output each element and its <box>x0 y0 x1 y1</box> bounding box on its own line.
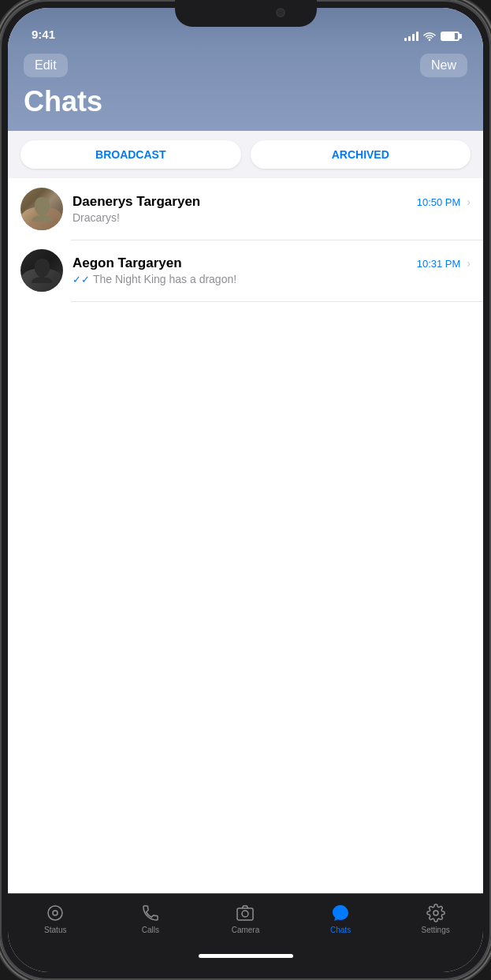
status-icons <box>404 32 459 41</box>
tab-label-settings: Settings <box>422 926 450 934</box>
list-item[interactable]: Daenerys Targaryen 10:50 PM › Dracarys! <box>8 178 483 240</box>
camera-dot <box>276 8 285 17</box>
chat-name: Daenerys Targaryen <box>73 194 200 210</box>
svg-point-3 <box>242 911 248 917</box>
tab-label-calls: Calls <box>142 926 159 934</box>
status-time: 9:41 <box>32 28 55 41</box>
chat-preview: ✓✓ The Night King has a dragon! <box>73 273 471 285</box>
edit-button[interactable]: Edit <box>24 54 68 77</box>
chat-preview: Dracarys! <box>73 211 471 224</box>
tab-bar: Status Calls Camera Ch <box>8 893 483 972</box>
sidebar-item-settings[interactable]: Settings <box>388 904 483 934</box>
chevron-right-icon: › <box>467 196 471 208</box>
chat-content: Daenerys Targaryen 10:50 PM › Dracarys! <box>73 194 471 224</box>
sidebar-item-status[interactable]: Status <box>8 904 103 934</box>
sidebar-item-calls[interactable]: Calls <box>103 904 199 934</box>
status-icon <box>46 904 65 922</box>
camera-icon <box>236 904 255 922</box>
svg-point-0 <box>48 906 62 920</box>
page-title: Chats <box>24 85 467 118</box>
sidebar-item-camera[interactable]: Camera <box>198 904 293 934</box>
header: Edit New Chats <box>8 47 483 131</box>
svg-point-4 <box>433 911 438 915</box>
chat-name: Aegon Targaryen <box>73 255 182 271</box>
phone-frame: 9:41 Edit New <box>0 0 491 980</box>
chat-time: 10:50 PM › <box>417 196 471 208</box>
avatar <box>20 188 63 230</box>
tab-label-status: Status <box>44 926 66 934</box>
home-indicator <box>199 954 293 958</box>
screen: 9:41 Edit New <box>8 8 483 972</box>
svg-point-1 <box>53 911 58 915</box>
tab-label-camera: Camera <box>232 926 260 934</box>
double-check-icon: ✓✓ <box>73 274 90 285</box>
chats-icon <box>331 904 350 922</box>
calls-icon <box>141 904 160 922</box>
sidebar-item-chats[interactable]: Chats <box>293 904 389 934</box>
filter-row: BROADCAST ARCHIVED <box>8 131 483 178</box>
chat-list: Daenerys Targaryen 10:50 PM › Dracarys! <box>8 178 483 893</box>
tab-label-chats: Chats <box>330 926 351 934</box>
wifi-icon <box>423 32 436 41</box>
chat-content: Aegon Targaryen 10:31 PM › ✓✓ The Night … <box>73 255 471 285</box>
avatar <box>20 249 63 292</box>
notch <box>175 0 317 27</box>
new-button[interactable]: New <box>420 54 467 77</box>
list-item[interactable]: Aegon Targaryen 10:31 PM › ✓✓ The Night … <box>8 240 483 301</box>
chat-time: 10:31 PM › <box>417 257 471 270</box>
battery-icon <box>441 32 459 41</box>
chevron-right-icon: › <box>467 257 471 270</box>
settings-icon <box>426 904 445 922</box>
archived-button[interactable]: ARCHIVED <box>251 140 471 169</box>
signal-icon <box>404 32 418 41</box>
broadcast-button[interactable]: BROADCAST <box>20 140 241 169</box>
